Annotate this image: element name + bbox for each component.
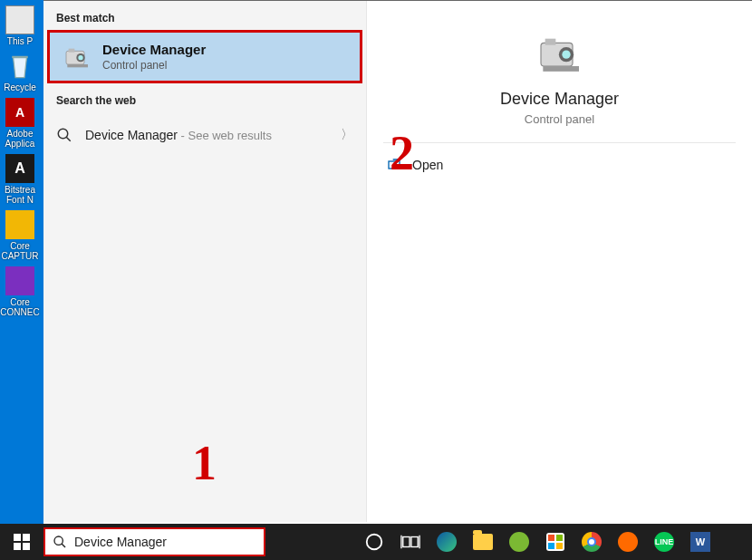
svg-rect-3	[69, 48, 75, 52]
folder-icon	[473, 534, 493, 550]
preview-title: Device Manager	[500, 90, 619, 109]
desktop-background: This P Recycle A Adobe Applica A Bitstre…	[0, 0, 43, 524]
desktop-icon-label: Recycle	[0, 82, 42, 92]
annotation-step-1: 1	[192, 435, 217, 491]
open-label: Open	[412, 158, 443, 172]
taskbar-app-chrome[interactable]	[574, 524, 610, 560]
svg-rect-4	[67, 64, 88, 67]
search-web-header: Search the web	[43, 83, 366, 112]
task-view-button[interactable]	[392, 524, 429, 560]
taskbar: LINE W	[0, 524, 752, 560]
this-pc-icon	[5, 5, 34, 34]
task-view-icon	[400, 532, 420, 552]
start-search-panel: Best match Device Manager Control panel …	[43, 0, 752, 522]
corel-connect-icon	[5, 266, 34, 295]
chrome-icon	[582, 532, 602, 552]
svg-point-9	[562, 51, 570, 59]
svg-rect-21	[411, 537, 418, 547]
best-match-item[interactable]: Device Manager Control panel	[47, 30, 362, 83]
best-match-subtitle: Control panel	[102, 59, 206, 72]
chevron-right-icon[interactable]: 〉	[341, 127, 353, 143]
search-input[interactable]	[74, 535, 256, 549]
svg-rect-20	[403, 537, 410, 547]
start-button[interactable]	[0, 524, 43, 560]
cortana-button[interactable]	[356, 524, 392, 560]
green-circle-icon	[509, 532, 529, 552]
preview-header: Device Manager Control panel	[383, 1, 736, 143]
svg-point-17	[54, 536, 63, 545]
desktop-icon-recycle-bin[interactable]: Recycle	[0, 52, 40, 92]
taskbar-search-box[interactable]	[43, 527, 265, 556]
web-result-subtitle: - See web results	[178, 129, 272, 142]
taskbar-spacer	[265, 524, 356, 560]
desktop-icon-label: Core CONNEC	[0, 297, 42, 317]
taskbar-app-line[interactable]: LINE	[646, 524, 682, 560]
orange-circle-icon	[618, 532, 638, 552]
font-icon: A	[5, 154, 34, 183]
desktop-icon-label: Adobe Applica	[0, 129, 42, 149]
word-icon: W	[690, 532, 710, 552]
desktop-icon-corel-connect[interactable]: Core CONNEC	[0, 266, 40, 317]
search-icon	[56, 127, 72, 143]
svg-line-18	[62, 544, 65, 547]
adobe-icon: A	[5, 98, 34, 127]
svg-rect-16	[23, 543, 30, 550]
corel-capture-icon	[5, 210, 34, 239]
line-icon: LINE	[654, 532, 674, 552]
desktop-icon-label: Bitstrea Font N	[0, 185, 42, 205]
svg-rect-13	[14, 534, 21, 541]
desktop-icon-label: Core CAPTUR	[0, 241, 42, 261]
preview-open-action[interactable]: Open	[367, 143, 752, 187]
svg-point-5	[58, 129, 68, 139]
cortana-icon	[364, 532, 384, 552]
edge-icon	[437, 532, 457, 552]
svg-line-6	[66, 137, 71, 141]
taskbar-app-ms-store[interactable]	[537, 524, 574, 560]
desktop-icon-this-pc[interactable]: This P	[0, 5, 40, 46]
annotation-step-2: 2	[390, 125, 414, 181]
windows-icon	[14, 534, 30, 550]
desktop-icon-adobe[interactable]: A Adobe Applica	[0, 98, 40, 149]
svg-rect-11	[543, 66, 579, 72]
svg-point-19	[367, 535, 382, 550]
taskbar-app-orange[interactable]	[610, 524, 646, 560]
desktop-icon-bitstream[interactable]: A Bitstrea Font N	[0, 154, 40, 205]
web-search-result[interactable]: Device Manager - See web results 〉	[43, 116, 366, 154]
device-manager-icon	[63, 43, 92, 72]
web-result-title: Device Manager	[85, 128, 178, 142]
search-icon	[53, 535, 67, 549]
best-match-title: Device Manager	[102, 42, 206, 57]
taskbar-app-word[interactable]: W	[682, 524, 718, 560]
preview-subtitle: Control panel	[525, 112, 594, 126]
svg-rect-15	[14, 543, 21, 550]
svg-point-2	[78, 55, 82, 60]
taskbar-app-green[interactable]	[501, 524, 537, 560]
svg-rect-14	[23, 534, 30, 541]
recycle-bin-icon	[5, 52, 34, 81]
best-match-text: Device Manager Control panel	[102, 42, 206, 72]
best-match-header: Best match	[43, 1, 366, 30]
svg-rect-10	[545, 39, 555, 45]
desktop-icon-corel-capture[interactable]: Core CAPTUR	[0, 210, 40, 261]
search-preview-column: Device Manager Control panel Open	[366, 1, 752, 522]
device-manager-icon	[535, 28, 585, 79]
taskbar-app-edge[interactable]	[429, 524, 465, 560]
taskbar-app-file-explorer[interactable]	[465, 524, 501, 560]
ms-store-icon	[546, 533, 564, 551]
desktop-icon-label: This P	[0, 36, 42, 46]
